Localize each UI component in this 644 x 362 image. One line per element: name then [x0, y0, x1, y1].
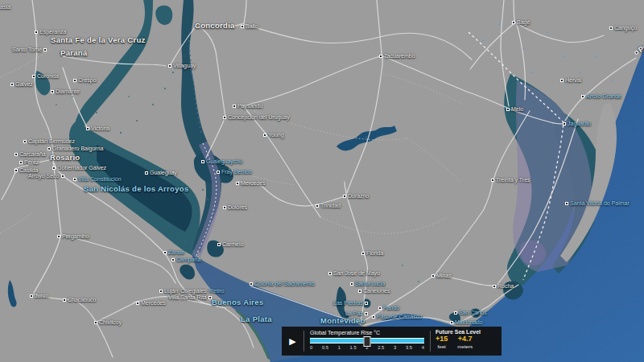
tick-1: 1 [338, 345, 341, 350]
play-button[interactable]: ▶ [282, 327, 303, 356]
slider-label: Global Temperature Rise °C [310, 330, 424, 335]
tick-0.5: 0.5 [322, 345, 328, 350]
sea-level-map[interactable]: astaEsperanzaSanta Fe de la Vera CruzSan… [0, 0, 644, 362]
meters-value: +4.7 [457, 335, 473, 343]
map-canvas [0, 0, 644, 362]
sea-level-feet: +15 feet [436, 335, 448, 349]
sea-level-title: Future Sea Level [436, 329, 497, 335]
tick-3: 3 [394, 345, 396, 350]
brazil-speckles [482, 23, 613, 81]
sea-level-meters: +4.7 meters [457, 335, 473, 349]
feet-value: +15 [436, 335, 448, 343]
tick-4: 4 [422, 345, 424, 350]
timeline-control-bar: ▶ Global Temperature Rise °C 00.511.522.… [282, 327, 502, 356]
temperature-slider-handle[interactable] [364, 336, 371, 347]
tick-2.5: 2.5 [378, 345, 384, 350]
feet-unit: feet [436, 343, 448, 349]
tick-1.5: 1.5 [350, 345, 357, 350]
temperature-slider-section: Global Temperature Rise °C 00.511.522.53… [304, 327, 430, 356]
temperature-slider-track[interactable] [310, 338, 424, 343]
future-sea-level-panel: Future Sea Level +15 feet +4.7 meters [431, 327, 502, 356]
reservoir [336, 125, 397, 150]
tick-3.5: 3.5 [406, 345, 412, 350]
internal-boundaries [0, 48, 464, 233]
meters-unit: meters [457, 343, 473, 349]
junin-lagoon [8, 280, 17, 307]
tick-0: 0 [310, 345, 312, 350]
